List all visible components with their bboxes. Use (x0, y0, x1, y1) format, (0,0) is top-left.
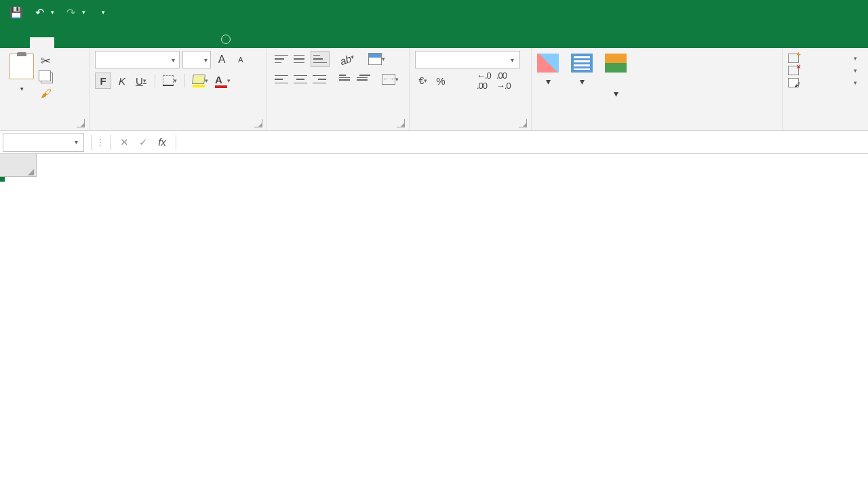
tab-pagelayout[interactable] (79, 37, 103, 48)
format-icon (788, 78, 799, 87)
tab-review[interactable] (152, 37, 176, 48)
number-format-select[interactable] (415, 51, 520, 68)
fx-icon[interactable]: fx (153, 133, 172, 152)
bulb-icon (221, 35, 231, 44)
cell-styles-button[interactable]: ▾ (605, 51, 627, 100)
tell-me-search[interactable] (221, 35, 236, 48)
decrease-indent-button[interactable] (336, 71, 353, 87)
ribbon: ✂ 🖌 A A F K U A (0, 48, 868, 131)
group-alignment: ab (267, 48, 410, 130)
fill-color-button[interactable] (191, 73, 210, 89)
borders-button[interactable] (161, 73, 179, 89)
ribbon-tabs (0, 24, 868, 48)
align-left-button[interactable] (273, 71, 290, 87)
insert-cells-button[interactable] (788, 54, 857, 63)
delete-icon (788, 66, 799, 75)
align-bottom-button[interactable] (311, 51, 330, 67)
insert-icon (788, 54, 799, 63)
group-font: A A F K U A (90, 48, 267, 130)
underline-button[interactable]: U (133, 73, 149, 89)
font-color-button[interactable]: A (213, 73, 233, 89)
increase-indent-button[interactable] (354, 71, 370, 87)
tab-home[interactable] (30, 37, 54, 48)
paste-label (20, 82, 24, 93)
accounting-format-button[interactable] (415, 73, 431, 89)
group-cells (783, 48, 863, 130)
formula-bar: ⋮ ✕ ✓ fx (0, 131, 868, 154)
font-size-select[interactable] (182, 51, 211, 68)
select-all-corner[interactable] (0, 154, 37, 177)
group-styles: ▾ ▾ ▾ (532, 48, 783, 130)
number-launcher-icon[interactable] (519, 119, 527, 127)
align-top-button[interactable] (273, 51, 290, 67)
group-cells-label (788, 127, 857, 129)
merge-icon (382, 74, 395, 85)
undo-dropdown-icon[interactable]: ▾ (51, 9, 54, 16)
align-middle-button[interactable] (292, 51, 309, 67)
format-as-table-button[interactable]: ▾ (571, 51, 593, 100)
group-number-label (415, 127, 526, 129)
redo-icon[interactable]: ↷ (66, 6, 75, 19)
spreadsheet (0, 154, 868, 488)
paste-button[interactable] (5, 51, 38, 96)
save-icon[interactable]: 💾 (9, 6, 23, 19)
font-name-select[interactable] (95, 51, 180, 68)
conditional-format-icon (537, 54, 559, 73)
cancel-formula-icon[interactable]: ✕ (115, 133, 134, 152)
group-clipboard: ✂ 🖌 (0, 48, 90, 130)
undo-icon[interactable]: ↶ (35, 6, 44, 19)
quick-access-toolbar: 💾 ↶▾ ↷▾ ▾ (0, 6, 105, 19)
clipboard-launcher-icon[interactable] (77, 119, 85, 127)
wrap-icon (368, 53, 382, 65)
format-painter-icon[interactable]: 🖌 (41, 87, 53, 100)
bucket-icon (192, 75, 205, 84)
bold-button[interactable]: F (95, 73, 111, 89)
title-bar: 💾 ↶▾ ↷▾ ▾ (0, 0, 868, 24)
wrap-text-button[interactable] (366, 51, 387, 67)
group-font-label (95, 127, 261, 129)
delete-cells-button[interactable] (788, 66, 857, 75)
italic-button[interactable]: K (114, 73, 130, 89)
align-launcher-icon[interactable] (397, 119, 405, 127)
group-number: % ←.0.00 .00→.0 (410, 48, 532, 130)
table-icon (571, 54, 593, 73)
redo-dropdown-icon[interactable]: ▾ (82, 9, 85, 16)
align-right-button[interactable] (311, 71, 328, 87)
qat-customize-icon[interactable]: ▾ (102, 9, 105, 16)
format-cells-button[interactable] (788, 78, 857, 87)
group-align-label (273, 127, 403, 129)
decrease-font-icon[interactable]: A (233, 52, 249, 68)
percent-button[interactable]: % (433, 73, 449, 89)
tab-file[interactable] (5, 37, 30, 48)
orientation-button[interactable]: ab (336, 48, 359, 70)
copy-icon[interactable] (41, 73, 53, 83)
increase-font-icon[interactable]: A (214, 52, 230, 68)
fill-handle[interactable] (0, 177, 5, 182)
cut-icon[interactable]: ✂ (41, 54, 53, 68)
decrease-decimal-button[interactable]: .00→.0 (494, 73, 513, 89)
tab-insert[interactable] (54, 37, 79, 48)
paste-icon (9, 54, 34, 79)
border-icon (163, 75, 174, 86)
thousand-separator-button[interactable] (450, 73, 467, 89)
tab-formulas[interactable] (103, 37, 127, 48)
merge-button[interactable] (380, 71, 401, 87)
font-launcher-icon[interactable] (254, 119, 262, 127)
tab-data[interactable] (127, 37, 152, 48)
fb-handle-icon[interactable]: ⋮ (96, 137, 106, 148)
group-clipboard-label (5, 127, 83, 129)
conditional-formatting-button[interactable]: ▾ (537, 51, 559, 100)
enter-formula-icon[interactable]: ✓ (134, 133, 153, 152)
tab-view[interactable] (176, 37, 201, 48)
group-styles-label (537, 127, 776, 129)
name-box[interactable] (3, 133, 84, 152)
cell-styles-icon (605, 54, 627, 73)
increase-decimal-button[interactable]: ←.0.00 (475, 73, 493, 89)
align-center-button[interactable] (292, 71, 309, 87)
